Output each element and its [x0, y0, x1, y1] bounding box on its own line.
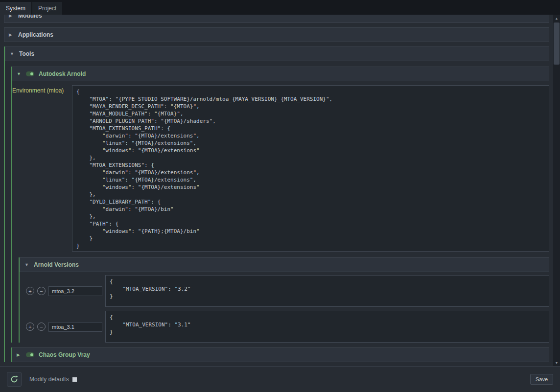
section-label-applications: Applications	[18, 31, 53, 38]
group-autodesk-arnold: ▼ Autodesk Arnold Environment (mtoa) { "…	[11, 67, 549, 343]
modify-defaults-label: Modify defaults	[29, 376, 69, 383]
tab-system[interactable]: System	[0, 2, 31, 15]
group-chaos-group-vray: ▶ Chaos Group Vray	[11, 347, 549, 362]
add-version-button[interactable]: +	[26, 323, 34, 331]
remove-version-button[interactable]: −	[37, 323, 46, 331]
tab-project[interactable]: Project	[32, 2, 62, 15]
vertical-scrollbar[interactable]: ▲ ▼	[553, 15, 560, 366]
section-header-applications[interactable]: ▶ Applications	[4, 27, 549, 42]
chevron-right-icon: ▶	[9, 15, 14, 18]
chevron-down-icon: ▼	[24, 263, 29, 267]
refresh-button[interactable]	[7, 372, 22, 387]
tab-project-label: Project	[38, 5, 56, 12]
environment-mtoa-label: Environment (mtoa)	[12, 85, 72, 252]
group-title-chaos-group-vray: Chaos Group Vray	[39, 351, 90, 358]
settings-body: ▶ Modules ▶ Applications ▼ Tools ▼	[0, 15, 560, 366]
modify-defaults-checkbox[interactable]	[72, 377, 77, 382]
group-header-arnold-versions[interactable]: ▼ Arnold Versions	[20, 257, 549, 272]
save-button[interactable]: Save	[530, 374, 553, 385]
scrollbar-thumb[interactable]	[554, 23, 560, 65]
scroll-up-button[interactable]: ▲	[553, 15, 560, 22]
section-label-modules: Modules	[18, 15, 42, 19]
group-header-autodesk-arnold[interactable]: ▼ Autodesk Arnold	[12, 67, 549, 81]
environment-field-row: Environment (mtoa) { "MTOA": "{PYPE_STUD…	[12, 85, 549, 252]
section-header-modules[interactable]: ▶ Modules	[4, 15, 549, 23]
footer-bar: Modify defaults Save	[0, 366, 560, 392]
version-value-textarea[interactable]: { "MTOA_VERSION": "3.1" }	[105, 311, 549, 343]
section-label-tools: Tools	[19, 50, 34, 57]
group-arnold-versions: ▼ Arnold Versions + − { "MTOA_VERSION": …	[19, 257, 549, 343]
enabled-toggle-icon[interactable]	[26, 352, 34, 357]
refresh-icon	[10, 375, 19, 384]
tab-system-label: System	[6, 5, 25, 12]
settings-window: System Project ▶ Modules ▶ Applications …	[0, 0, 560, 392]
scroll-down-button[interactable]: ▼	[553, 359, 560, 366]
remove-version-button[interactable]: −	[37, 287, 46, 295]
settings-scroll-content: ▶ Modules ▶ Applications ▼ Tools ▼	[0, 15, 553, 366]
group-title-arnold-versions: Arnold Versions	[34, 261, 79, 268]
chevron-down-icon: ▼	[17, 72, 22, 76]
chevron-down-icon: ▼	[10, 52, 15, 56]
chevron-right-icon: ▶	[17, 353, 22, 357]
section-tools: ▼ Tools ▼ Autodesk Arnold Environment (m…	[4, 46, 549, 362]
group-title-autodesk-arnold: Autodesk Arnold	[39, 70, 86, 77]
enabled-toggle-icon[interactable]	[26, 71, 34, 76]
version-key-input[interactable]	[48, 322, 102, 332]
tab-bar: System Project	[0, 0, 560, 15]
version-row: + − { "MTOA_VERSION": "3.1" }	[26, 311, 549, 343]
version-row: + − { "MTOA_VERSION": "3.2" }	[26, 275, 549, 307]
version-key-input[interactable]	[48, 286, 102, 296]
section-header-tools[interactable]: ▼ Tools	[5, 46, 549, 61]
add-version-button[interactable]: +	[26, 287, 34, 295]
environment-mtoa-textarea[interactable]: { "MTOA": "{PYPE_STUDIO_SOFTWARE}/arnold…	[72, 85, 549, 252]
chevron-right-icon: ▶	[9, 33, 14, 37]
version-value-textarea[interactable]: { "MTOA_VERSION": "3.2" }	[105, 275, 549, 307]
group-header-chaos-group-vray[interactable]: ▶ Chaos Group Vray	[12, 347, 549, 362]
